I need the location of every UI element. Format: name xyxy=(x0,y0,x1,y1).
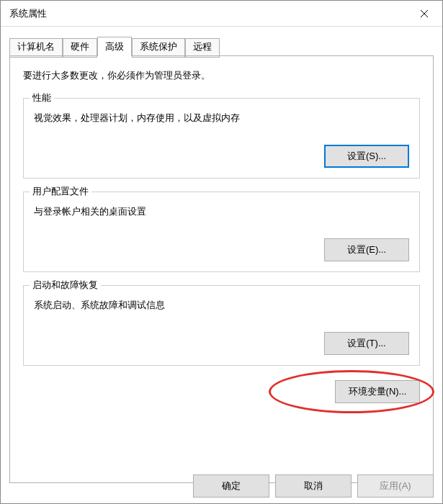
tab-hardware[interactable]: 硬件 xyxy=(63,38,97,58)
user-profiles-group: 用户配置文件 与登录帐户相关的桌面设置 设置(E)... xyxy=(23,192,420,272)
titlebar: 系统属性 xyxy=(1,1,442,27)
env-vars-row: 环境变量(N)... xyxy=(23,380,420,403)
startup-recovery-settings-button[interactable]: 设置(T)... xyxy=(324,332,409,355)
dialog-button-row: 确定 取消 应用(A) xyxy=(193,474,434,498)
cancel-button[interactable]: 取消 xyxy=(275,474,352,498)
user-profiles-description: 与登录帐户相关的桌面设置 xyxy=(34,205,409,218)
window-title: 系统属性 xyxy=(9,7,47,20)
user-profiles-legend: 用户配置文件 xyxy=(30,185,91,198)
performance-legend: 性能 xyxy=(30,91,54,104)
performance-settings-button[interactable]: 设置(S)... xyxy=(324,145,409,168)
close-icon xyxy=(420,9,429,18)
ok-button[interactable]: 确定 xyxy=(193,474,269,498)
close-button[interactable] xyxy=(406,1,442,27)
performance-description: 视觉效果，处理器计划，内存使用，以及虚拟内存 xyxy=(34,112,409,125)
advanced-tab-panel: 要进行大多数更改，你必须作为管理员登录。 性能 视觉效果，处理器计划，内存使用，… xyxy=(9,55,434,483)
tab-system-protection[interactable]: 系统保护 xyxy=(132,38,185,58)
environment-variables-button[interactable]: 环境变量(N)... xyxy=(335,380,420,403)
tab-remote[interactable]: 远程 xyxy=(185,38,220,58)
startup-recovery-group: 启动和故障恢复 系统启动、系统故障和调试信息 设置(T)... xyxy=(23,285,420,366)
startup-recovery-description: 系统启动、系统故障和调试信息 xyxy=(34,299,409,312)
user-profiles-settings-button[interactable]: 设置(E)... xyxy=(324,238,409,261)
admin-instruction: 要进行大多数更改，你必须作为管理员登录。 xyxy=(23,69,420,82)
startup-recovery-legend: 启动和故障恢复 xyxy=(30,279,101,292)
tab-computer-name[interactable]: 计算机名 xyxy=(9,38,63,58)
system-properties-window: 系统属性 计算机名 硬件 高级 系统保护 远程 要进行大多数更改，你必须作为管理… xyxy=(0,0,443,504)
tab-advanced[interactable]: 高级 xyxy=(97,37,132,56)
tab-strip: 计算机名 硬件 高级 系统保护 远程 xyxy=(1,27,442,55)
performance-group: 性能 视觉效果，处理器计划，内存使用，以及虚拟内存 设置(S)... xyxy=(23,98,420,179)
apply-button[interactable]: 应用(A) xyxy=(357,474,434,498)
